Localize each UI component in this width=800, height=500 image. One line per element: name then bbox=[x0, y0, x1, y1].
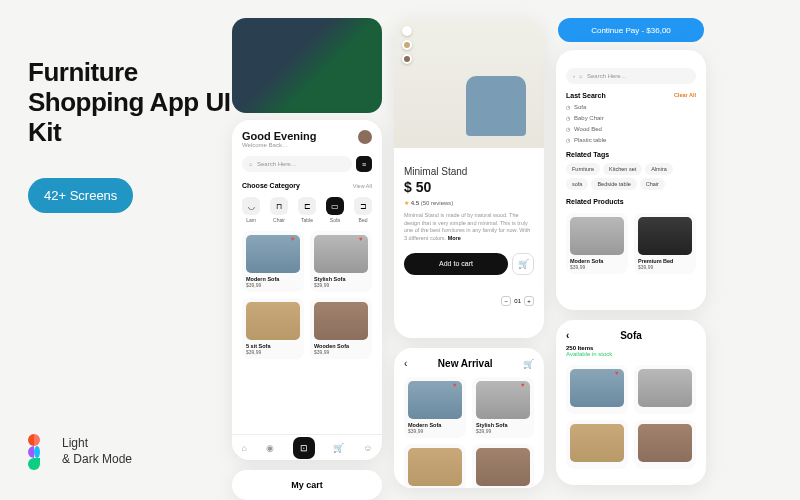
filter-button[interactable]: ≡ bbox=[356, 156, 372, 172]
hero-photo bbox=[232, 18, 382, 113]
screen-new-arrival: ‹ New Arrival 🛒 ♥Modern Sofa$39,99 ♥Styl… bbox=[394, 348, 544, 488]
back-icon[interactable]: ‹ bbox=[566, 330, 569, 341]
nav-profile-icon[interactable]: ☺ bbox=[363, 443, 372, 453]
product-card[interactable] bbox=[634, 365, 696, 414]
search-placeholder: Search Here… bbox=[257, 161, 297, 167]
clock-icon: ◷ bbox=[566, 104, 570, 110]
history-item[interactable]: ◷Sofa bbox=[566, 104, 696, 110]
product-name: Minimal Stand bbox=[404, 166, 534, 177]
tag[interactable]: sofa bbox=[566, 178, 588, 190]
color-option-tan[interactable] bbox=[402, 40, 412, 50]
back-icon[interactable]: ‹ bbox=[573, 73, 575, 79]
product-card[interactable]: Modern Sofa$39,99 bbox=[566, 213, 628, 274]
product-description: Minimal Stand is made of by natural wood… bbox=[404, 212, 534, 243]
product-image bbox=[394, 18, 544, 148]
clock-icon: ◷ bbox=[566, 115, 570, 121]
related-products-heading: Related Products bbox=[566, 198, 696, 205]
nav-cart-icon[interactable]: 🛒 bbox=[333, 443, 344, 453]
more-link[interactable]: More bbox=[448, 235, 461, 241]
screen-home: Good Evening Welcome Back… ⌕ Search Here… bbox=[232, 120, 382, 460]
product-card[interactable]: ♥Stylish Sofa$39,99 bbox=[310, 231, 372, 292]
clock-icon: ◷ bbox=[566, 137, 570, 143]
product-card[interactable] bbox=[472, 444, 534, 488]
screen-sofa-list: ‹Sofa 250 ItemsAvailable in stock ♥ bbox=[556, 320, 706, 485]
page-title: My cart bbox=[242, 480, 372, 490]
color-option-brown[interactable] bbox=[402, 54, 412, 64]
heart-icon[interactable]: ♥ bbox=[453, 382, 461, 390]
view-all-link[interactable]: View All bbox=[353, 183, 372, 189]
back-icon[interactable]: ‹ bbox=[404, 358, 407, 369]
product-card[interactable]: Wooden Sofa$39,99 bbox=[310, 298, 372, 359]
product-card[interactable] bbox=[634, 420, 696, 469]
stock-status: Available in stock bbox=[566, 351, 612, 357]
avatar[interactable] bbox=[358, 130, 372, 144]
product-card[interactable] bbox=[566, 420, 628, 469]
tag[interactable]: Almira bbox=[645, 163, 673, 175]
continue-pay-button[interactable]: Continue Pay - $36,00 bbox=[558, 18, 704, 42]
category-heading: Choose Category bbox=[242, 182, 300, 189]
last-search-heading: Last Search bbox=[566, 92, 606, 99]
product-card[interactable] bbox=[404, 444, 466, 488]
product-card[interactable]: ♥Modern Sofa$39,99 bbox=[404, 377, 466, 438]
qty-value: 01 bbox=[514, 298, 521, 304]
product-card[interactable]: 5 sit Sofa$39,99 bbox=[242, 298, 304, 359]
product-card[interactable]: ♥Stylish Sofa$39,99 bbox=[472, 377, 534, 438]
star-icon: ★ bbox=[404, 200, 409, 206]
category-sofa[interactable]: ▭Sofa bbox=[326, 197, 344, 223]
greeting: Good Evening bbox=[242, 130, 372, 142]
heart-icon[interactable]: ♥ bbox=[359, 236, 367, 244]
cart-icon[interactable]: 🛒 bbox=[523, 359, 534, 369]
page-title: Sofa bbox=[620, 330, 642, 341]
clear-all-link[interactable]: Clear All bbox=[674, 92, 696, 99]
hero-title: Furniture Shopping App UI Kit bbox=[28, 58, 238, 148]
modes-label: Light& Dark Mode bbox=[62, 436, 132, 467]
page-title: New Arrival bbox=[438, 358, 493, 369]
cart-icon-button[interactable]: 🛒 bbox=[512, 253, 534, 275]
screen-cart: My cart bbox=[232, 470, 382, 500]
heart-icon[interactable]: ♥ bbox=[615, 370, 623, 378]
color-option-white[interactable] bbox=[402, 26, 412, 36]
clock-icon: ◷ bbox=[566, 126, 570, 132]
nav-scan-button[interactable]: ⊡ bbox=[293, 437, 315, 459]
search-icon: ⌕ bbox=[249, 161, 253, 167]
tag[interactable]: Bedside table bbox=[591, 178, 636, 190]
search-input[interactable]: ‹ ⌕ Search Here… bbox=[566, 68, 696, 84]
category-lamp[interactable]: ◡Lam bbox=[242, 197, 260, 223]
welcome-text: Welcome Back… bbox=[242, 142, 372, 148]
related-tags-heading: Related Tags bbox=[566, 151, 696, 158]
history-item[interactable]: ◷Plastic table bbox=[566, 137, 696, 143]
search-icon: ⌕ bbox=[579, 73, 583, 79]
qty-minus[interactable]: − bbox=[501, 296, 511, 306]
qty-plus[interactable]: + bbox=[524, 296, 534, 306]
heart-icon[interactable]: ♥ bbox=[521, 382, 529, 390]
history-item[interactable]: ◷Wood Bed bbox=[566, 126, 696, 132]
category-table[interactable]: ⊏Table bbox=[298, 197, 316, 223]
category-chair[interactable]: ⊓Chair bbox=[270, 197, 288, 223]
nav-home-icon[interactable]: ⌂ bbox=[241, 443, 246, 453]
add-to-cart-button[interactable]: Add to cart bbox=[404, 253, 508, 275]
tag[interactable]: Chair bbox=[640, 178, 665, 190]
search-input[interactable]: ⌕ Search Here… bbox=[242, 156, 352, 172]
heart-icon[interactable]: ♥ bbox=[291, 236, 299, 244]
product-card[interactable]: ♥Modern Sofa$39,99 bbox=[242, 231, 304, 292]
screen-detail: Minimal Stand $ 50 − 01 + ★ 4.5 (50 revi… bbox=[394, 18, 544, 338]
nav-mic-icon[interactable]: ◉ bbox=[266, 443, 274, 453]
screen-search: ‹ ⌕ Search Here… Last SearchClear All ◷S… bbox=[556, 50, 706, 310]
figma-icon bbox=[28, 434, 52, 470]
history-item[interactable]: ◷Baby Chair bbox=[566, 115, 696, 121]
category-bed[interactable]: ⊐Bed bbox=[354, 197, 372, 223]
product-price: $ 50 bbox=[404, 179, 534, 195]
tag[interactable]: Furniture bbox=[566, 163, 600, 175]
product-card[interactable]: ♥ bbox=[566, 365, 628, 414]
product-card[interactable]: Premium Bed$39,99 bbox=[634, 213, 696, 274]
tag[interactable]: Kitchen set bbox=[603, 163, 642, 175]
screens-badge: 42+ Screens bbox=[28, 178, 133, 213]
